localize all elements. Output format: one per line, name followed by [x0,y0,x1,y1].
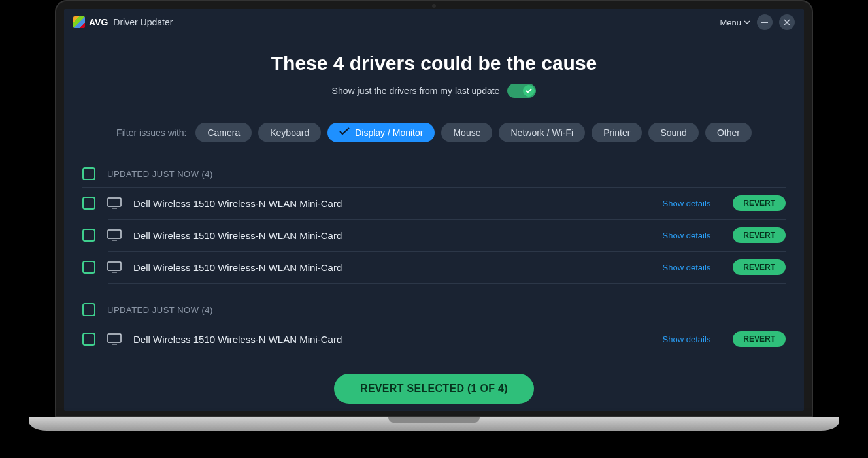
laptop-base [29,417,839,431]
monitor-icon [107,333,122,345]
svg-rect-8 [112,344,117,345]
driver-name: Dell Wireless 1510 Wireless-N WLAN Mini-… [133,334,342,345]
minimize-button[interactable] [757,14,773,30]
svg-rect-3 [108,230,121,238]
revert-selected-button[interactable]: REVERT SELECTED (1 OF 4) [334,374,534,404]
menu-dropdown[interactable]: Menu [720,18,750,27]
show-details-link[interactable]: Show details [663,263,711,272]
svg-rect-4 [112,240,117,241]
app-window: AVG Driver Updater Menu [64,9,804,411]
page-title: These 4 drivers could be the cause [80,52,788,74]
revert-button[interactable]: REVERT [733,227,786,243]
chevron-down-icon [744,20,750,24]
monitor-icon [107,197,122,209]
driver-checkbox[interactable] [82,333,95,346]
filter-toggle-row: Show just the drivers from my last updat… [80,84,788,98]
laptop-bezel: AVG Driver Updater Menu [55,0,813,417]
filter-chips: Filter issues with: Camera Keyboard Disp… [80,123,788,142]
group-select-all-checkbox[interactable] [82,303,95,316]
brand-text: AVG [89,17,108,27]
svg-rect-6 [112,272,117,273]
filter-chip-network[interactable]: Network / Wi-Fi [499,123,585,142]
svg-rect-0 [761,22,768,23]
driver-row: Dell Wireless 1510 Wireless-N WLAN Mini-… [108,220,786,252]
driver-checkbox[interactable] [82,197,95,210]
driver-checkbox[interactable] [82,229,95,242]
driver-checkbox[interactable] [82,261,95,274]
monitor-icon [107,229,122,241]
toggle-knob [523,85,535,97]
filters-label: Filter issues with: [116,127,186,138]
driver-row: Dell Wireless 1510 Wireless-N WLAN Mini-… [108,252,786,284]
app-name-text: Driver Updater [113,17,173,27]
filter-chip-printer[interactable]: Printer [592,123,642,142]
driver-row: Dell Wireless 1510 Wireless-N WLAN Mini-… [108,323,786,355]
group-header-label: UPDATED JUST NOW (4) [107,305,213,315]
driver-name: Dell Wireless 1510 Wireless-N WLAN Mini-… [133,262,342,273]
cta-row: REVERT SELECTED (1 OF 4) [80,374,788,404]
group-header: UPDATED JUST NOW (4) [82,165,786,188]
driver-name: Dell Wireless 1510 Wireless-N WLAN Mini-… [133,198,342,209]
filter-chip-sound[interactable]: Sound [648,123,698,142]
revert-button[interactable]: REVERT [733,259,786,275]
avg-logo-icon [73,16,85,28]
show-details-link[interactable]: Show details [663,199,711,208]
group-header-label: UPDATED JUST NOW (4) [107,169,213,179]
toggle-label: Show just the drivers from my last updat… [332,86,500,96]
group-header: UPDATED JUST NOW (4) [82,301,786,323]
svg-rect-7 [108,334,121,342]
main-content: These 4 drivers could be the cause Show … [64,35,804,404]
filter-chip-keyboard[interactable]: Keyboard [258,123,321,142]
menu-label: Menu [720,18,741,27]
filter-chip-mouse[interactable]: Mouse [441,123,492,142]
close-button[interactable] [779,14,795,30]
group-select-all-checkbox[interactable] [82,167,95,180]
driver-name: Dell Wireless 1510 Wireless-N WLAN Mini-… [133,230,342,241]
revert-button[interactable]: REVERT [733,195,786,211]
laptop-camera-icon [432,4,436,8]
laptop-frame: AVG Driver Updater Menu [55,0,813,431]
monitor-icon [107,261,122,273]
svg-rect-5 [108,262,121,270]
filter-chip-camera[interactable]: Camera [195,123,252,142]
titlebar: AVG Driver Updater Menu [64,9,804,35]
svg-rect-1 [108,198,121,206]
svg-rect-2 [112,208,117,209]
check-icon [526,88,532,93]
show-last-update-toggle[interactable] [507,84,536,98]
driver-list: UPDATED JUST NOW (4) Dell Wireless 1510 … [80,165,788,355]
show-details-link[interactable]: Show details [663,335,711,344]
filter-chip-display[interactable]: Display / Monitor [327,123,435,142]
driver-row: Dell Wireless 1510 Wireless-N WLAN Mini-… [108,188,786,220]
revert-button[interactable]: REVERT [733,331,786,347]
filter-chip-other[interactable]: Other [705,123,752,142]
app-logo: AVG Driver Updater [73,16,173,28]
show-details-link[interactable]: Show details [663,231,711,240]
check-icon [339,127,350,138]
